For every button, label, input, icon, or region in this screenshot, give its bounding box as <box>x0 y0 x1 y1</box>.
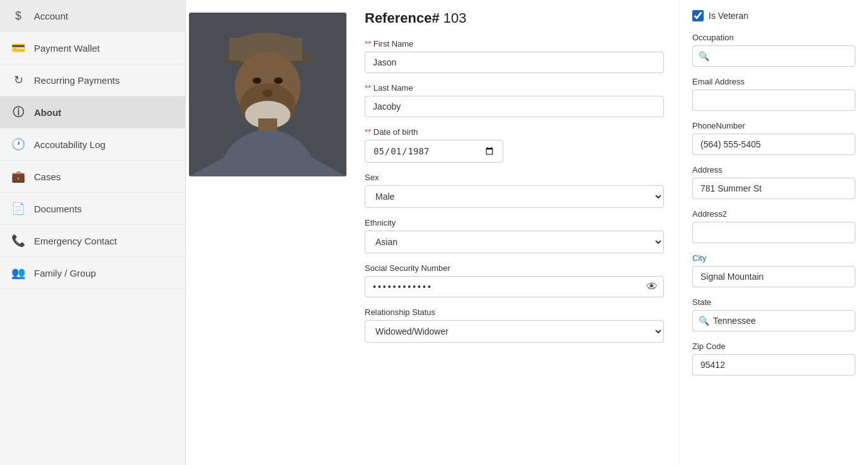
address-group: Address <box>692 165 855 199</box>
form-section: Reference# 103 ** First Name ** Last Nam… <box>350 0 679 465</box>
briefcase-icon: 💼 <box>11 169 25 183</box>
sidebar-item-label-emergency-contact: Emergency Contact <box>34 236 117 246</box>
state-search-wrapper: 🔍 <box>692 310 855 331</box>
group-icon: 👥 <box>11 266 25 280</box>
first-name-input[interactable] <box>365 52 664 73</box>
reference-label: Reference# <box>365 10 440 26</box>
ssn-label: Social Security Number <box>365 263 664 273</box>
ethnicity-label: Ethnicity <box>365 218 664 227</box>
email-input[interactable] <box>692 89 855 111</box>
sidebar-item-label-payment-wallet: Payment Wallet <box>34 43 100 54</box>
sidebar-item-family-group[interactable]: 👥 Family / Group <box>0 257 185 289</box>
main-content: Reference# 103 ** First Name ** Last Nam… <box>186 0 868 465</box>
dob-label: ** Date of birth <box>365 127 664 137</box>
zip-group: Zip Code <box>692 342 855 376</box>
reference-title: Reference# 103 <box>365 10 664 26</box>
occupation-search-icon: 🔍 <box>699 51 709 61</box>
address-label: Address <box>692 165 855 175</box>
first-name-group: ** First Name <box>365 39 664 73</box>
sidebar-item-label-cases: Cases <box>34 171 61 182</box>
sidebar-item-recurring-payments[interactable]: ↻ Recurring Payments <box>0 64 185 96</box>
state-search-icon: 🔍 <box>699 316 709 326</box>
last-name-label: ** Last Name <box>365 83 664 93</box>
sidebar-item-accountability-log[interactable]: 🕐 Accoutability Log <box>0 129 185 161</box>
sidebar-item-about[interactable]: ⓘ About <box>0 96 185 129</box>
last-name-required: ** <box>365 83 371 93</box>
city-input[interactable] <box>692 266 855 287</box>
sidebar-item-label-recurring-payments: Recurring Payments <box>34 75 120 86</box>
email-group: Email Address <box>692 77 855 111</box>
profile-photo <box>189 13 346 176</box>
zip-label: Zip Code <box>692 342 855 351</box>
recurring-icon: ↻ <box>11 73 25 87</box>
address2-group: Address2 <box>692 209 855 243</box>
sidebar-item-cases[interactable]: 💼 Cases <box>0 161 185 193</box>
is-veteran-checkbox[interactable] <box>692 10 704 21</box>
right-panel: Is Veteran Occupation 🔍 Email Address Ph… <box>679 0 868 465</box>
document-icon: 📄 <box>11 202 25 215</box>
phone-group: PhoneNumber <box>692 121 855 155</box>
relationship-label: Relationship Status <box>365 307 664 317</box>
photo-section <box>186 0 350 465</box>
reference-number: 103 <box>443 10 467 26</box>
svg-point-8 <box>274 78 283 84</box>
sidebar-item-account[interactable]: $ Account <box>0 0 185 32</box>
first-name-label: ** First Name <box>365 39 664 49</box>
email-label: Email Address <box>692 77 855 86</box>
sidebar-item-label-family-group: Family / Group <box>34 268 96 278</box>
clock-icon: 🕐 <box>11 137 25 151</box>
last-name-group: ** Last Name <box>365 83 664 117</box>
sidebar: $ Account 💳 Payment Wallet ↻ Recurring P… <box>0 0 186 465</box>
dollar-icon: $ <box>11 9 25 23</box>
sidebar-item-label-accountability-log: Accoutability Log <box>34 139 105 150</box>
occupation-group: Occupation 🔍 <box>692 33 855 67</box>
sex-group: Sex Male Female Other <box>365 173 664 208</box>
address2-input[interactable] <box>692 222 855 243</box>
state-input[interactable] <box>692 310 855 331</box>
ethnicity-group: Ethnicity Asian White Black Hispanic Oth… <box>365 218 664 253</box>
dob-input[interactable] <box>365 140 503 163</box>
svg-point-7 <box>253 78 261 84</box>
first-name-required: ** <box>365 39 371 49</box>
sidebar-item-documents[interactable]: 📄 Documents <box>0 193 185 225</box>
phone-input[interactable] <box>692 134 855 155</box>
sidebar-item-emergency-contact[interactable]: 📞 Emergency Contact <box>0 225 185 257</box>
is-veteran-label: Is Veteran <box>709 11 748 21</box>
ssn-group: Social Security Number 👁 <box>365 263 664 297</box>
ethnicity-select[interactable]: Asian White Black Hispanic Other <box>365 231 664 253</box>
dob-required: ** <box>365 127 371 137</box>
info-icon: ⓘ <box>11 105 25 119</box>
city-group: City <box>692 253 855 287</box>
veteran-row: Is Veteran <box>692 10 855 21</box>
sidebar-item-label-documents: Documents <box>34 204 82 214</box>
relationship-select[interactable]: Single Married Divorced Widowed/Widower … <box>365 320 664 343</box>
phone-label: PhoneNumber <box>692 121 855 130</box>
sex-select[interactable]: Male Female Other <box>365 185 664 208</box>
ssn-input[interactable] <box>365 276 664 297</box>
relationship-group: Relationship Status Single Married Divor… <box>365 307 664 343</box>
dob-group: ** Date of birth <box>365 127 664 163</box>
city-label: City <box>692 253 855 263</box>
last-name-input[interactable] <box>365 96 664 117</box>
phone-alt-icon: 📞 <box>11 234 25 248</box>
zip-input[interactable] <box>692 354 855 376</box>
ssn-wrapper: 👁 <box>365 276 664 297</box>
state-label: State <box>692 297 855 307</box>
occupation-input[interactable] <box>692 45 855 67</box>
sex-label: Sex <box>365 173 664 182</box>
occupation-label: Occupation <box>692 33 855 42</box>
wallet-icon: 💳 <box>11 41 25 55</box>
sidebar-item-label-account: Account <box>34 11 68 21</box>
svg-point-9 <box>263 89 273 97</box>
ssn-toggle-icon[interactable]: 👁 <box>646 280 658 294</box>
profile-photo-svg <box>189 13 346 176</box>
occupation-search-wrapper: 🔍 <box>692 45 855 67</box>
address-input[interactable] <box>692 178 855 199</box>
svg-rect-10 <box>258 118 277 131</box>
sidebar-item-payment-wallet[interactable]: 💳 Payment Wallet <box>0 32 185 64</box>
address2-label: Address2 <box>692 209 855 219</box>
sidebar-item-label-about: About <box>34 107 61 118</box>
state-group: State 🔍 <box>692 297 855 331</box>
